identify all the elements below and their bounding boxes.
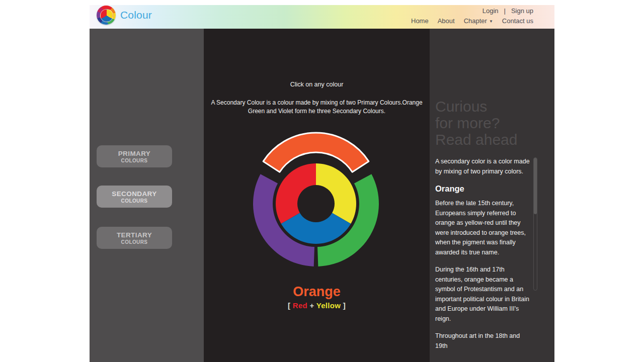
primary-button-title: PRIMARY [118, 150, 151, 157]
signup-link[interactable]: Sign up [511, 7, 533, 15]
formula-component-red: Red [293, 301, 307, 310]
nav-contact-us[interactable]: Contact us [502, 17, 533, 25]
tertiary-colours-button[interactable]: TERTIARY COLOURS [97, 227, 172, 249]
wheel-panel: Click on any colour A Secondary Colour i… [204, 29, 430, 362]
colour-wheel-logo-icon [97, 6, 116, 25]
colour-wheel [240, 128, 391, 279]
curious-heading-line2: for more? [435, 115, 517, 131]
wheel-segment-yellow[interactable] [316, 163, 356, 224]
info-text: A secondary color is a color made by mix… [435, 157, 533, 358]
info-scrollbar-thumb[interactable] [534, 158, 537, 214]
info-paragraph-3: Throughout art in the 18th and 19th [435, 331, 533, 351]
info-paragraph-2: During the 16th and 17th centuries, oran… [435, 265, 533, 324]
click-hint: Click on any colour [204, 81, 430, 88]
secondary-colour-description: A Secondary Colour is a colour made by m… [204, 99, 430, 116]
auth-links: Login | Sign up [482, 7, 533, 15]
main-nav: Home About Chapter▼ Contact us [411, 17, 533, 25]
chevron-down-icon: ▼ [489, 19, 493, 24]
primary-button-subtitle: COLOURS [121, 158, 148, 163]
info-scrollbar-track[interactable] [533, 157, 537, 291]
tertiary-button-title: TERTIARY [117, 231, 152, 239]
auth-divider: | [504, 7, 506, 15]
info-paragraph-1: Before the late 15th century, Europeans … [435, 199, 533, 257]
curious-heading-line1: Curious [435, 98, 517, 115]
brand-name: Colour [120, 9, 152, 21]
curious-heading: Curious for more? Read ahead [435, 98, 517, 148]
curious-heading-line3: Read ahead [435, 131, 517, 148]
primary-colours-button[interactable]: PRIMARY COLOURS [97, 145, 172, 167]
nav-home[interactable]: Home [411, 17, 429, 25]
brand[interactable]: Colour [97, 6, 152, 25]
nav-about[interactable]: About [438, 17, 455, 25]
formula-plus: + [307, 301, 316, 310]
formula-close-bracket: ] [341, 301, 346, 310]
formula-component-yellow: Yellow [316, 301, 341, 310]
header-right: Login | Sign up Home About Chapter▼ Cont… [411, 5, 533, 29]
content: PRIMARY COLOURS SECONDARY COLOURS TERTIA… [90, 29, 554, 362]
wheel-segment-red[interactable] [276, 163, 316, 224]
info-subheading-orange: Orange [435, 184, 533, 194]
selected-colour-name: Orange [204, 284, 430, 300]
nav-chapter[interactable]: Chapter▼ [464, 17, 493, 25]
tertiary-button-subtitle: COLOURS [121, 239, 148, 245]
sidebar: PRIMARY COLOURS SECONDARY COLOURS TERTIA… [90, 29, 204, 362]
secondary-button-title: SECONDARY [112, 190, 156, 198]
colour-formula: [ Red + Yellow ] [204, 301, 430, 310]
info-panel: Curious for more? Read ahead A secondary… [430, 29, 554, 362]
info-intro: A secondary color is a color made by mix… [435, 157, 533, 176]
secondary-colours-button[interactable]: SECONDARY COLOURS [97, 186, 172, 208]
header: Colour Login | Sign up Home About Chapte… [90, 5, 554, 29]
nav-chapter-label: Chapter [464, 17, 487, 25]
formula-open-bracket: [ [288, 301, 293, 310]
app-window: Colour Login | Sign up Home About Chapte… [90, 0, 554, 362]
secondary-button-subtitle: COLOURS [121, 198, 148, 204]
colour-wheel-container [240, 128, 391, 279]
login-link[interactable]: Login [482, 7, 499, 15]
